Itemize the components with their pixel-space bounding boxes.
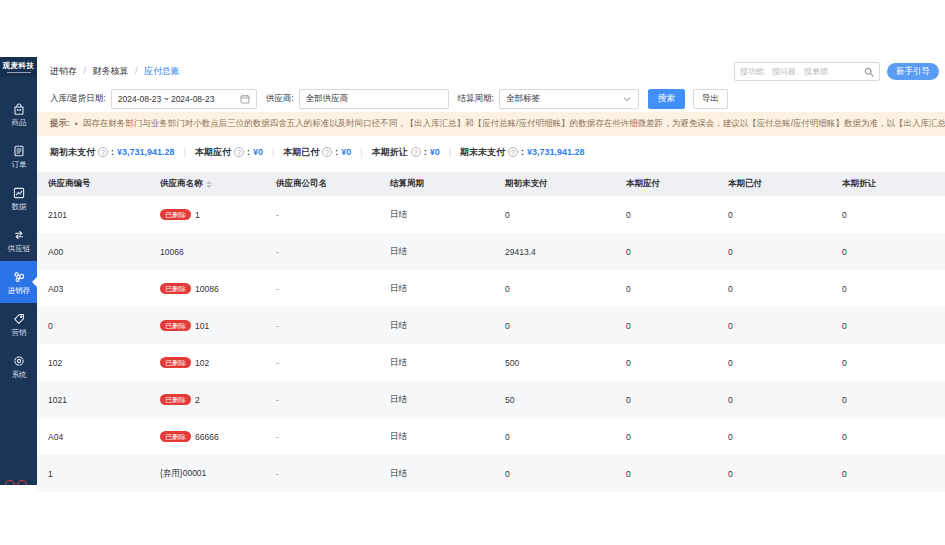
sidebar-item-inventory[interactable]: 进销存 bbox=[0, 261, 37, 303]
help-icon[interactable]: ? bbox=[234, 147, 244, 157]
stat-value: ¥0 bbox=[430, 147, 440, 157]
table-row[interactable]: 0 已删除 101 - 日结 0 0 0 0 bbox=[37, 307, 945, 344]
support-icon[interactable] bbox=[5, 480, 27, 485]
export-button[interactable]: 导出 bbox=[693, 89, 728, 109]
cell-opening-unpaid: 0 bbox=[505, 469, 626, 479]
cell-supplier-name: 已删除 66666 bbox=[160, 431, 276, 443]
deleted-badge: 已删除 bbox=[160, 357, 191, 369]
sidebar-item-label: 数据 bbox=[11, 202, 26, 211]
col-header-supplier-name[interactable]: 供应商名称 bbox=[160, 178, 276, 190]
breadcrumb-separator: / bbox=[135, 66, 138, 76]
sidebar-item-goods[interactable]: 商品 bbox=[0, 93, 37, 135]
cell-period-paid: 0 bbox=[728, 210, 842, 220]
supplier-name-text: 102 bbox=[195, 358, 209, 368]
table-row[interactable]: A04 已删除 66666 - 日结 0 0 0 0 bbox=[37, 418, 945, 455]
stat-label: 期末未支付 bbox=[460, 146, 505, 159]
period-select[interactable]: 全部标签 bbox=[499, 89, 639, 109]
nodes-icon bbox=[12, 270, 26, 284]
col-header-period-payable[interactable]: 本期应付 bbox=[626, 178, 728, 190]
stat-value: ¥0 bbox=[341, 147, 351, 157]
table-row[interactable]: 1021 已删除 2 - 日结 50 0 0 0 bbox=[37, 381, 945, 418]
notice-banner: 提示: • 因存在财务部门与业务部门对小数点后三位的数据四舍五入的标准以及时间口… bbox=[37, 112, 945, 136]
help-icon[interactable]: ? bbox=[508, 147, 518, 157]
stat-period-paid: 本期已付 ? : ¥0 bbox=[283, 146, 351, 159]
stat-label: 期初未支付 bbox=[50, 146, 95, 159]
cell-settle-period: 日结 bbox=[390, 431, 505, 443]
global-search-input[interactable] bbox=[740, 67, 864, 76]
table-row[interactable]: 102 已删除 102 - 日结 500 0 0 0 bbox=[37, 344, 945, 381]
supplier-name-text: 101 bbox=[195, 321, 209, 331]
date-filter-label: 入库/退货日期: bbox=[50, 93, 106, 105]
sidebar-item-label: 供应链 bbox=[7, 244, 30, 253]
help-icon[interactable]: ? bbox=[322, 147, 332, 157]
cell-supplier-code: 102 bbox=[48, 358, 160, 368]
global-search-box[interactable] bbox=[734, 62, 880, 81]
stat-value: ¥3,731,941.28 bbox=[527, 147, 585, 157]
sidebar-item-marketing[interactable]: 营销 bbox=[0, 303, 37, 345]
sidebar-item-label: 进销存 bbox=[7, 286, 30, 295]
sidebar-item-supply-chain[interactable]: 供应链 bbox=[0, 219, 37, 261]
col-header-settle-period[interactable]: 结算周期 bbox=[390, 178, 505, 190]
stat-colon: : bbox=[247, 147, 250, 157]
stat-value: ¥3,731,941.28 bbox=[117, 147, 175, 157]
cell-period-payable: 0 bbox=[626, 210, 728, 220]
search-icon[interactable] bbox=[864, 67, 874, 77]
breadcrumb-current: 应付总账 bbox=[144, 66, 180, 76]
sort-icon[interactable] bbox=[206, 181, 212, 188]
period-select-value: 全部标签 bbox=[506, 93, 540, 105]
cell-supplier-code: 2101 bbox=[48, 210, 160, 220]
cell-settle-period: 日结 bbox=[390, 357, 505, 369]
table-row[interactable]: 2101 已删除 1 - 日结 0 0 0 0 bbox=[37, 196, 945, 233]
table-row[interactable]: A00 已删除 10066 - 日结 29413.4 0 0 0 bbox=[37, 233, 945, 270]
cell-supplier-name: 已删除 101 bbox=[160, 320, 276, 332]
cell-opening-unpaid: 0 bbox=[505, 432, 626, 442]
stat-separator: | bbox=[449, 147, 451, 157]
cell-supplier-name: 已删除 2 bbox=[160, 394, 276, 406]
sidebar-nav: 商品 订单 数据 供应链 bbox=[0, 77, 37, 387]
shopping-bag-icon bbox=[12, 102, 26, 116]
stat-period-discount: 本期折让 ? : ¥0 bbox=[372, 146, 440, 159]
breadcrumb-item[interactable]: 财务核算 bbox=[93, 66, 129, 76]
cell-opening-unpaid: 500 bbox=[505, 358, 626, 368]
deleted-badge: 已删除 bbox=[160, 431, 191, 443]
col-header-company-name[interactable]: 供应商公司名 bbox=[276, 178, 390, 190]
cell-settle-period: 日结 bbox=[390, 320, 505, 332]
search-button[interactable]: 搜索 bbox=[648, 89, 685, 109]
table-row[interactable]: A03 已删除 10086 - 日结 0 0 0 0 bbox=[37, 270, 945, 307]
table-row[interactable]: 1 已删除 {弃用}00001 - 日结 0 0 0 0 bbox=[37, 455, 945, 492]
supplier-filter-label: 供应商: bbox=[266, 93, 294, 105]
date-range-picker[interactable] bbox=[111, 89, 257, 109]
cell-period-discount: 0 bbox=[842, 321, 945, 331]
table-body: 2101 已删除 1 - 日结 0 0 0 0 A00 已删除 10066 - bbox=[37, 196, 945, 492]
cell-period-paid: 0 bbox=[728, 358, 842, 368]
col-header-opening-unpaid[interactable]: 期初未支付 bbox=[505, 178, 626, 190]
breadcrumb-item[interactable]: 进销存 bbox=[50, 66, 77, 76]
col-header-period-discount[interactable]: 本期折让 bbox=[842, 178, 945, 190]
supplier-filter-input[interactable] bbox=[306, 94, 442, 104]
cell-supplier-name: 已删除 10086 bbox=[160, 283, 276, 295]
period-filter-label: 结算周期: bbox=[458, 93, 494, 105]
sidebar-item-system[interactable]: 系统 bbox=[0, 345, 37, 387]
cell-settle-period: 日结 bbox=[390, 394, 505, 406]
stat-separator: | bbox=[272, 147, 274, 157]
gear-icon bbox=[12, 354, 26, 368]
help-icon[interactable]: ? bbox=[411, 147, 421, 157]
cell-period-discount: 0 bbox=[842, 469, 945, 479]
order-doc-icon bbox=[12, 144, 26, 158]
supplier-name-text: 66666 bbox=[195, 432, 219, 442]
sidebar-item-orders[interactable]: 订单 bbox=[0, 135, 37, 177]
date-range-input[interactable] bbox=[118, 94, 240, 104]
col-header-supplier-code[interactable]: 供应商编号 bbox=[48, 178, 160, 190]
cell-company-name: - bbox=[276, 358, 390, 368]
support-circle-icon bbox=[17, 480, 27, 485]
cell-period-payable: 0 bbox=[626, 284, 728, 294]
col-header-period-paid[interactable]: 本期已付 bbox=[728, 178, 842, 190]
stat-value: ¥0 bbox=[253, 147, 263, 157]
help-icon[interactable]: ? bbox=[98, 147, 108, 157]
sidebar-item-data[interactable]: 数据 bbox=[0, 177, 37, 219]
newbie-guide-button[interactable]: 新手引导 bbox=[887, 63, 939, 80]
support-circle-icon bbox=[5, 480, 15, 485]
supplier-filter-field[interactable] bbox=[299, 89, 449, 109]
supplier-name-text: 10086 bbox=[195, 284, 219, 294]
sidebar: 观麦科技 商品 订单 数据 bbox=[0, 57, 37, 485]
